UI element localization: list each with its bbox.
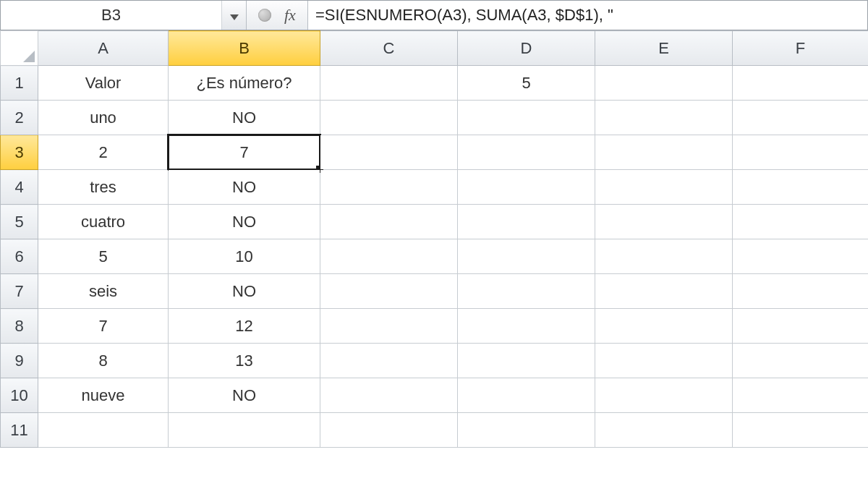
row-head-11[interactable]: 11 [1,413,38,448]
cell-B1[interactable]: ¿Es número? [169,66,320,101]
cell-F7[interactable] [733,274,869,309]
cell-F9[interactable] [733,344,869,378]
row-head-4[interactable]: 4 [1,170,38,205]
name-box-container: B3 [1,1,247,30]
cell-E2[interactable] [595,101,733,135]
cell-A11[interactable] [38,413,169,448]
cell-D2[interactable] [458,101,595,135]
cell-E1[interactable] [595,66,733,101]
cell-E10[interactable] [595,378,733,413]
formula-input[interactable]: =SI(ESNUMERO(A3), SUMA(A3, $D$1), " [308,1,867,30]
row-5: 5 cuatro NO [1,205,869,239]
cell-C9[interactable] [320,344,458,378]
cell-C10[interactable] [320,378,458,413]
cell-F4[interactable] [733,170,869,205]
cell-F11[interactable] [733,413,869,448]
row-head-9[interactable]: 9 [1,344,38,378]
cell-A4[interactable]: tres [38,170,169,205]
row-head-7[interactable]: 7 [1,274,38,309]
cell-D11[interactable] [458,413,595,448]
cell-B11[interactable] [169,413,320,448]
cancel-icon[interactable] [258,9,271,22]
col-head-D[interactable]: D [458,31,595,66]
cell-B9[interactable]: 13 [169,344,320,378]
col-head-F[interactable]: F [733,31,869,66]
fx-icon[interactable]: fx [284,6,296,25]
cell-F5[interactable] [733,205,869,239]
row-head-3[interactable]: 3 [1,135,38,170]
cell-E7[interactable] [595,274,733,309]
cell-E4[interactable] [595,170,733,205]
cell-C3[interactable] [320,135,458,170]
row-head-1[interactable]: 1 [1,66,38,101]
cell-B2[interactable]: NO [169,101,320,135]
cell-F2[interactable] [733,101,869,135]
svg-marker-0 [230,14,239,20]
chevron-down-icon [230,7,239,24]
select-all-corner[interactable] [1,31,38,66]
cell-A5[interactable]: cuatro [38,205,169,239]
col-head-A[interactable]: A [38,31,169,66]
cell-C7[interactable] [320,274,458,309]
row-10: 10 nueve NO [1,378,869,413]
row-head-10[interactable]: 10 [1,378,38,413]
column-header-row: A B C D E F [1,31,869,66]
row-11: 11 [1,413,869,448]
cell-E9[interactable] [595,344,733,378]
cell-A8[interactable]: 7 [38,309,169,344]
cell-C4[interactable] [320,170,458,205]
cell-C6[interactable] [320,239,458,274]
cell-B7[interactable]: NO [169,274,320,309]
cell-B5[interactable]: NO [169,205,320,239]
cell-A2[interactable]: uno [38,101,169,135]
cell-E3[interactable] [595,135,733,170]
col-head-E[interactable]: E [595,31,733,66]
cell-C11[interactable] [320,413,458,448]
cell-B3[interactable]: 7 [169,135,320,170]
cell-A9[interactable]: 8 [38,344,169,378]
cell-F3[interactable] [733,135,869,170]
cell-D1[interactable]: 5 [458,66,595,101]
cell-E11[interactable] [595,413,733,448]
cell-C8[interactable] [320,309,458,344]
cell-C2[interactable] [320,101,458,135]
cell-B8[interactable]: 12 [169,309,320,344]
cell-A1[interactable]: Valor [38,66,169,101]
name-box[interactable]: B3 [1,1,221,30]
cell-B10[interactable]: NO [169,378,320,413]
cell-A7[interactable]: seis [38,274,169,309]
col-head-C[interactable]: C [320,31,458,66]
cell-A6[interactable]: 5 [38,239,169,274]
cell-F6[interactable] [733,239,869,274]
cell-B4[interactable]: NO [169,170,320,205]
row-7: 7 seis NO [1,274,869,309]
cell-D4[interactable] [458,170,595,205]
cell-D9[interactable] [458,344,595,378]
cell-F1[interactable] [733,66,869,101]
cell-B6[interactable]: 10 [169,239,320,274]
row-head-5[interactable]: 5 [1,205,38,239]
name-box-dropdown[interactable] [221,1,246,30]
cell-C1[interactable] [320,66,458,101]
cell-D8[interactable] [458,309,595,344]
row-head-8[interactable]: 8 [1,309,38,344]
cell-F8[interactable] [733,309,869,344]
cell-D10[interactable] [458,378,595,413]
cell-E8[interactable] [595,309,733,344]
row-8: 8 7 12 [1,309,869,344]
spreadsheet-grid: A B C D E F 1 Valor ¿Es número? 5 2 uno … [0,30,868,448]
cell-D7[interactable] [458,274,595,309]
cell-F10[interactable] [733,378,869,413]
cell-D3[interactable] [458,135,595,170]
col-head-B[interactable]: B [169,31,320,66]
cell-E5[interactable] [595,205,733,239]
cell-D6[interactable] [458,239,595,274]
cell-A10[interactable]: nueve [38,378,169,413]
cell-C5[interactable] [320,205,458,239]
cell-E6[interactable] [595,239,733,274]
cell-D5[interactable] [458,205,595,239]
row-head-2[interactable]: 2 [1,101,38,135]
formula-bar-buttons: fx [247,1,308,30]
row-head-6[interactable]: 6 [1,239,38,274]
cell-A3[interactable]: 2 [38,135,169,170]
